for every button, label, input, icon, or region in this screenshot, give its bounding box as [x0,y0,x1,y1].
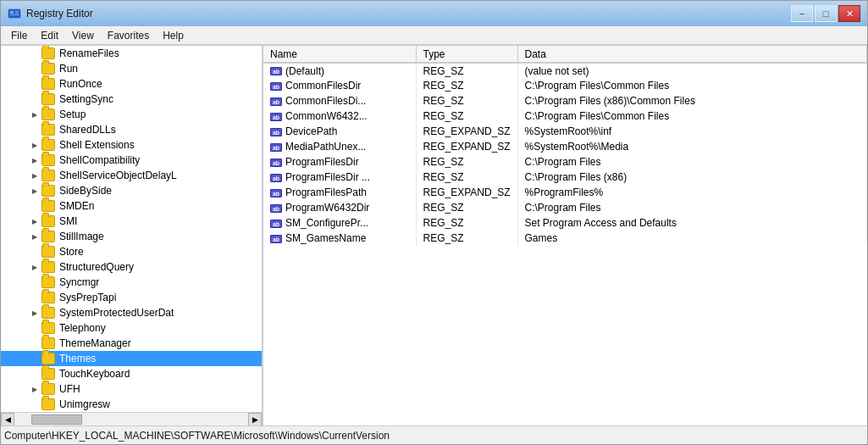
reg-value-icon: ab [270,67,282,75]
menu-item-favorites[interactable]: Favorites [101,28,156,43]
col-header-data[interactable]: Data [517,46,867,63]
tree-item-thememanager[interactable]: ThemeManager [1,336,262,351]
tree-expander[interactable] [28,382,41,396]
table-row[interactable]: abMediaPathUnex...REG_EXPAND_SZ%SystemRo… [263,139,867,154]
tree-expander[interactable] [28,337,41,350]
tree-expander[interactable] [28,367,41,381]
tree-hscrollbar[interactable]: ◀ ▶ [1,412,262,426]
cell-data: %ProgramFiles% [517,185,867,200]
cell-type: REG_EXPAND_SZ [416,139,517,154]
tree-expander[interactable] [28,260,41,274]
tree-item-label: ShellServiceObjectDelayL [58,170,177,181]
folder-icon [41,78,55,90]
tree-item-label: Store [58,246,84,258]
tree-item-settingsync[interactable]: SettingSync [1,92,262,107]
tree-item-run[interactable]: Run [1,61,262,76]
restore-button[interactable]: □ [815,5,837,22]
tree-item-shareddlls[interactable]: SharedDLLs [1,122,262,137]
tree-item-syspreptapi[interactable]: SysPrepTapi [1,290,262,305]
tree-expander[interactable] [28,398,41,411]
cell-data: Games [517,231,867,246]
tree-item-telephony[interactable]: Telephony [1,320,262,336]
cell-data: C:\Program Files (x86)\Common Files [517,93,867,108]
tree-expander[interactable] [28,230,41,243]
tree-item-shellcompat[interactable]: ShellCompatibility [1,153,262,168]
table-row[interactable]: abProgramW6432DirREG_SZC:\Program Files [263,200,867,215]
tree-item-label: Syncmgr [58,276,99,288]
menu-item-view[interactable]: View [65,28,101,43]
tree-item-themes[interactable]: Themes [1,351,262,366]
table-row[interactable]: abProgramFilesDir ...REG_SZC:\Program Fi… [263,170,867,185]
tree-item-smi[interactable]: SMI [1,214,262,229]
hscroll-thumb[interactable] [31,414,82,425]
cell-type: REG_SZ [416,200,517,215]
cell-type: REG_SZ [416,78,517,93]
close-button[interactable]: ✕ [838,5,860,22]
table-row[interactable]: abDevicePathREG_EXPAND_SZ%SystemRoot%\in… [263,124,867,139]
cell-data: C:\Program Files\Common Files [517,108,867,124]
minimize-button[interactable]: − [791,5,813,22]
tree-item-label: Themes [58,353,96,364]
col-header-type[interactable]: Type [416,46,517,63]
table-row[interactable]: abSM_ConfigurePr...REG_SZSet Program Acc… [263,215,867,231]
tree-item-structuredquery[interactable]: StructuredQuery [1,259,262,275]
tree-expander[interactable] [28,92,41,106]
tree-expander[interactable] [28,321,41,335]
table-row[interactable]: abProgramFilesDirREG_SZC:\Program Files [263,154,867,170]
tree-item-setup[interactable]: Setup [1,107,262,122]
tree-item-label: ThemeManager [58,337,131,349]
tree-expander[interactable] [28,123,41,136]
tree-item-label: StillImage [58,231,104,242]
tree-expander[interactable] [28,199,41,213]
tree-item-renamefiles[interactable]: RenameFiles [1,46,262,61]
hscroll-track[interactable] [14,413,248,426]
tree-item-stillimage[interactable]: StillImage [1,229,262,244]
tree-expander[interactable] [28,245,41,259]
table-row[interactable]: abCommonW6432...REG_SZC:\Program Files\C… [263,108,867,124]
table-row[interactable]: ab(Default)REG_SZ(value not set) [263,63,867,78]
tree-item-label: Unimgresw [58,398,110,410]
tree-item-runonce[interactable]: RunOnce [1,76,262,92]
tree-expander[interactable] [28,275,41,289]
tree-item-sysprotected[interactable]: SystemProtectedUserDat [1,305,262,320]
tree-item-syncmgr[interactable]: Syncmgr [1,275,262,290]
tree-expander[interactable] [28,77,41,91]
table-row[interactable]: abCommonFilesDi...REG_SZC:\Program Files… [263,93,867,108]
table-row[interactable]: abSM_GamesNameREG_SZGames [263,231,867,246]
tree-item-shellservice[interactable]: ShellServiceObjectDelayL [1,168,262,183]
tree-item-shellextensions[interactable]: Shell Extensions [1,137,262,153]
reg-value-icon: ab [270,189,282,197]
col-header-name[interactable]: Name [263,46,416,63]
registry-table[interactable]: Name Type Data ab(Default)REG_SZ(value n… [263,46,867,426]
tree-item-smden[interactable]: SMDEn [1,198,262,214]
tree-expander[interactable] [28,138,41,152]
tree-expander[interactable] [28,352,41,365]
window-title: Registry Editor [26,8,93,19]
menu-item-file[interactable]: File [4,28,34,43]
tree-item-ufh[interactable]: UFH [1,381,262,397]
tree-expander[interactable] [28,62,41,75]
tree-expander[interactable] [28,153,41,167]
hscroll-right-btn[interactable]: ▶ [248,413,262,426]
tree-expander[interactable] [28,169,41,182]
tree-expander[interactable] [28,47,41,60]
tree-expander[interactable] [28,108,41,121]
tree-scroll[interactable]: RenameFilesRunRunOnceSettingSyncSetupSha… [1,46,262,412]
tree-expander[interactable] [28,291,41,304]
tree-item-touchkeyboard[interactable]: TouchKeyboard [1,366,262,381]
hscroll-left-btn[interactable]: ◀ [1,413,14,426]
title-bar-left: Registry Editor [8,7,93,20]
folder-icon [41,93,55,105]
tree-expander[interactable] [28,306,41,320]
table-row[interactable]: abProgramFilesPathREG_EXPAND_SZ%ProgramF… [263,185,867,200]
tree-expander[interactable] [28,214,41,228]
tree-item-unimgresw[interactable]: Unimgresw [1,397,262,412]
tree-expander[interactable] [28,184,41,197]
table-row[interactable]: abCommonFilesDirREG_SZC:\Program Files\C… [263,78,867,93]
cell-name: abCommonFilesDir [263,78,416,93]
menu-item-edit[interactable]: Edit [34,28,65,43]
tree-item-label: SettingSync [58,93,113,105]
tree-item-sidebyside[interactable]: SideBySide [1,183,262,198]
tree-item-store[interactable]: Store [1,244,262,259]
menu-item-help[interactable]: Help [156,28,191,43]
